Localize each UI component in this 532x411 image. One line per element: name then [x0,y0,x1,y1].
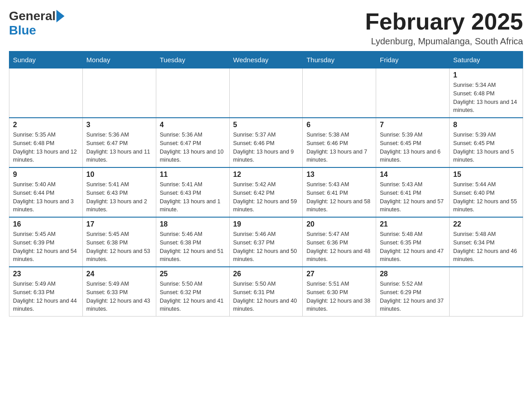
calendar-cell: 13Sunrise: 5:43 AM Sunset: 6:41 PM Dayli… [303,167,376,217]
day-info: Sunrise: 5:41 AM Sunset: 6:43 PM Dayligh… [86,180,152,214]
calendar-cell [229,68,303,118]
calendar-cell: 16Sunrise: 5:45 AM Sunset: 6:39 PM Dayli… [9,217,83,267]
logo-general-text: General [9,9,56,23]
calendar-header-row: SundayMondayTuesdayWednesdayThursdayFrid… [9,51,523,68]
day-number: 21 [380,220,446,228]
calendar-cell: 8Sunrise: 5:39 AM Sunset: 6:45 PM Daylig… [450,118,523,167]
page-header: General Blue February 2025 Lydenburg, Mp… [9,9,523,47]
day-number: 12 [233,171,299,179]
day-info: Sunrise: 5:51 AM Sunset: 6:30 PM Dayligh… [306,280,372,313]
calendar-cell: 20Sunrise: 5:47 AM Sunset: 6:36 PM Dayli… [303,217,376,267]
day-number: 1 [453,71,519,79]
day-number: 19 [233,220,299,228]
calendar-cell: 9Sunrise: 5:40 AM Sunset: 6:44 PM Daylig… [9,167,83,217]
calendar-week-row: 9Sunrise: 5:40 AM Sunset: 6:44 PM Daylig… [9,167,523,217]
day-info: Sunrise: 5:46 AM Sunset: 6:38 PM Dayligh… [160,230,226,264]
day-info: Sunrise: 5:50 AM Sunset: 6:32 PM Dayligh… [160,280,226,313]
day-number: 24 [86,270,152,278]
day-info: Sunrise: 5:43 AM Sunset: 6:41 PM Dayligh… [306,180,372,214]
day-header-saturday: Saturday [450,51,523,68]
day-info: Sunrise: 5:41 AM Sunset: 6:43 PM Dayligh… [160,180,226,214]
calendar-cell: 6Sunrise: 5:38 AM Sunset: 6:46 PM Daylig… [303,118,376,167]
calendar-cell: 26Sunrise: 5:50 AM Sunset: 6:31 PM Dayli… [229,267,303,317]
calendar-week-row: 2Sunrise: 5:35 AM Sunset: 6:48 PM Daylig… [9,118,523,167]
calendar-cell [303,68,376,118]
calendar-cell: 12Sunrise: 5:42 AM Sunset: 6:42 PM Dayli… [229,167,303,217]
calendar-cell: 5Sunrise: 5:37 AM Sunset: 6:46 PM Daylig… [229,118,303,167]
calendar-cell: 28Sunrise: 5:52 AM Sunset: 6:29 PM Dayli… [376,267,450,317]
day-number: 13 [306,171,372,179]
day-info: Sunrise: 5:34 AM Sunset: 6:48 PM Dayligh… [453,81,519,115]
day-number: 25 [160,270,226,278]
day-number: 8 [453,121,519,129]
day-number: 5 [233,121,299,129]
calendar-cell: 10Sunrise: 5:41 AM Sunset: 6:43 PM Dayli… [82,167,156,217]
calendar-cell: 24Sunrise: 5:49 AM Sunset: 6:33 PM Dayli… [82,267,156,317]
day-number: 3 [86,121,152,129]
day-number: 15 [453,171,519,179]
calendar-cell: 19Sunrise: 5:46 AM Sunset: 6:37 PM Dayli… [229,217,303,267]
calendar-table: SundayMondayTuesdayWednesdayThursdayFrid… [9,51,523,317]
day-number: 17 [86,220,152,228]
day-info: Sunrise: 5:38 AM Sunset: 6:46 PM Dayligh… [306,131,372,164]
day-info: Sunrise: 5:37 AM Sunset: 6:46 PM Dayligh… [233,131,299,164]
day-info: Sunrise: 5:45 AM Sunset: 6:38 PM Dayligh… [86,230,152,264]
day-info: Sunrise: 5:46 AM Sunset: 6:37 PM Dayligh… [233,230,299,264]
day-number: 2 [13,121,79,129]
day-info: Sunrise: 5:45 AM Sunset: 6:39 PM Dayligh… [13,230,79,264]
calendar-cell: 21Sunrise: 5:48 AM Sunset: 6:35 PM Dayli… [376,217,450,267]
calendar-cell: 3Sunrise: 5:36 AM Sunset: 6:47 PM Daylig… [82,118,156,167]
day-info: Sunrise: 5:49 AM Sunset: 6:33 PM Dayligh… [13,280,79,313]
calendar-cell: 18Sunrise: 5:46 AM Sunset: 6:38 PM Dayli… [156,217,229,267]
day-info: Sunrise: 5:36 AM Sunset: 6:47 PM Dayligh… [160,131,226,164]
calendar-cell: 2Sunrise: 5:35 AM Sunset: 6:48 PM Daylig… [9,118,83,167]
calendar-cell [450,267,523,317]
calendar-cell: 11Sunrise: 5:41 AM Sunset: 6:43 PM Dayli… [156,167,229,217]
calendar-week-row: 1Sunrise: 5:34 AM Sunset: 6:48 PM Daylig… [9,68,523,118]
day-info: Sunrise: 5:48 AM Sunset: 6:34 PM Dayligh… [453,230,519,264]
day-info: Sunrise: 5:52 AM Sunset: 6:29 PM Dayligh… [380,280,446,313]
calendar-cell: 14Sunrise: 5:43 AM Sunset: 6:41 PM Dayli… [376,167,450,217]
day-number: 23 [13,270,79,278]
logo: General Blue [9,9,65,38]
day-number: 6 [306,121,372,129]
day-info: Sunrise: 5:36 AM Sunset: 6:47 PM Dayligh… [86,131,152,164]
day-header-friday: Friday [376,51,450,68]
day-info: Sunrise: 5:43 AM Sunset: 6:41 PM Dayligh… [380,180,446,214]
day-number: 28 [380,270,446,278]
logo-arrow-icon [56,10,64,22]
calendar-cell: 23Sunrise: 5:49 AM Sunset: 6:33 PM Dayli… [9,267,83,317]
day-header-thursday: Thursday [303,51,376,68]
day-header-sunday: Sunday [9,51,83,68]
calendar-cell: 4Sunrise: 5:36 AM Sunset: 6:47 PM Daylig… [156,118,229,167]
day-number: 26 [233,270,299,278]
day-number: 14 [380,171,446,179]
day-info: Sunrise: 5:50 AM Sunset: 6:31 PM Dayligh… [233,280,299,313]
day-info: Sunrise: 5:42 AM Sunset: 6:42 PM Dayligh… [233,180,299,214]
day-number: 10 [86,171,152,179]
day-number: 16 [13,220,79,228]
day-info: Sunrise: 5:35 AM Sunset: 6:48 PM Dayligh… [13,131,79,164]
day-info: Sunrise: 5:44 AM Sunset: 6:40 PM Dayligh… [453,180,519,214]
day-info: Sunrise: 5:47 AM Sunset: 6:36 PM Dayligh… [306,230,372,264]
day-number: 11 [160,171,226,179]
day-number: 18 [160,220,226,228]
calendar-cell [9,68,83,118]
calendar-cell [156,68,229,118]
day-number: 27 [306,270,372,278]
calendar-week-row: 16Sunrise: 5:45 AM Sunset: 6:39 PM Dayli… [9,217,523,267]
month-title: February 2025 [365,9,523,34]
calendar-cell: 15Sunrise: 5:44 AM Sunset: 6:40 PM Dayli… [450,167,523,217]
day-number: 20 [306,220,372,228]
day-info: Sunrise: 5:49 AM Sunset: 6:33 PM Dayligh… [86,280,152,313]
calendar-cell: 22Sunrise: 5:48 AM Sunset: 6:34 PM Dayli… [450,217,523,267]
calendar-cell: 27Sunrise: 5:51 AM Sunset: 6:30 PM Dayli… [303,267,376,317]
day-info: Sunrise: 5:48 AM Sunset: 6:35 PM Dayligh… [380,230,446,264]
day-header-monday: Monday [82,51,156,68]
day-number: 9 [13,171,79,179]
title-section: February 2025 Lydenburg, Mpumalanga, Sou… [365,9,523,47]
calendar-cell [82,68,156,118]
calendar-cell: 17Sunrise: 5:45 AM Sunset: 6:38 PM Dayli… [82,217,156,267]
day-info: Sunrise: 5:39 AM Sunset: 6:45 PM Dayligh… [380,131,446,164]
calendar-cell: 25Sunrise: 5:50 AM Sunset: 6:32 PM Dayli… [156,267,229,317]
